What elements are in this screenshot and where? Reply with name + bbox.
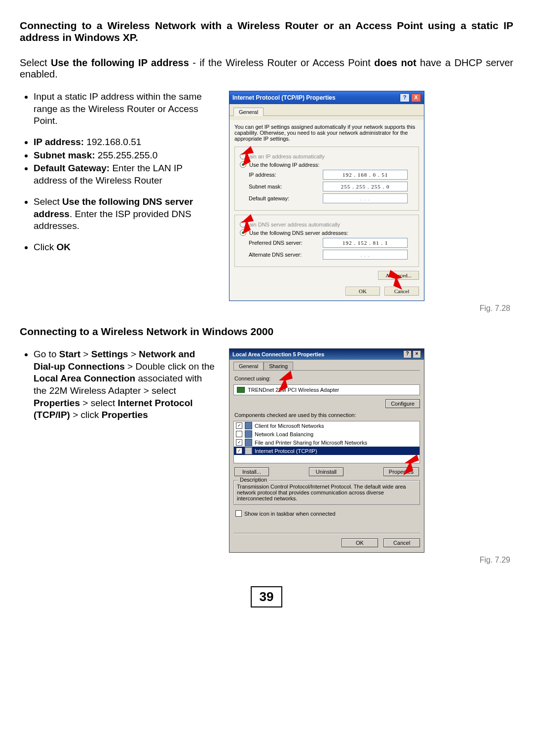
- intro-mid: - if the Wireless Router or Access Point: [189, 57, 374, 68]
- help-icon[interactable]: ?: [400, 93, 410, 102]
- annotation-arrow-icon: [276, 370, 294, 393]
- tab-general[interactable]: General: [233, 362, 264, 370]
- t: > Double click on the: [125, 361, 215, 372]
- help-icon[interactable]: ?: [403, 350, 412, 358]
- lan-properties-dialog: Local Area Connection 5 Properties ? × G…: [229, 348, 424, 553]
- configure-button[interactable]: Configure: [385, 399, 420, 408]
- dialog-title: Local Area Connection 5 Properties: [232, 351, 324, 357]
- list-item-label: Client for Microsoft Networks: [255, 423, 324, 429]
- description-frame: Description Transmission Control Protoco…: [233, 480, 420, 505]
- sm-label: Subnet mask:: [34, 150, 95, 160]
- close-icon[interactable]: ×: [413, 350, 421, 358]
- tcpip-properties-dialog: Internet Protocol (TCP/IP) Properties ? …: [229, 91, 424, 301]
- client-icon: [245, 422, 252, 429]
- components-list[interactable]: Client for Microsoft Networks Network Lo…: [233, 421, 420, 463]
- t: Properties: [34, 398, 80, 408]
- checkbox-icon[interactable]: [236, 431, 242, 437]
- list-item[interactable]: File and Printer Sharing for Microsoft N…: [234, 438, 419, 447]
- dns-pre: Select: [34, 196, 62, 207]
- description-text: Transmission Control Protocol/Internet P…: [237, 484, 417, 501]
- annotation-arrow-icon: [240, 144, 255, 167]
- checkbox-icon[interactable]: [236, 422, 242, 429]
- preferred-dns-input[interactable]: 192 . 152 . 81 . 1: [323, 238, 408, 248]
- t: Local Area Connection: [34, 373, 135, 383]
- radio-obtain-dns-label: ain DNS server address automatically: [249, 222, 340, 227]
- ok-button[interactable]: OK: [345, 287, 380, 296]
- t: >: [128, 349, 139, 359]
- section-heading-1: Connecting to a Wireless Network with a …: [20, 20, 513, 43]
- show-icon-checkbox[interactable]: [235, 510, 242, 517]
- t: Go to: [34, 349, 59, 359]
- alternate-dns-input[interactable]: . . .: [323, 250, 408, 260]
- nic-icon: [237, 387, 245, 393]
- list-item-label: File and Printer Sharing for Microsoft N…: [255, 440, 367, 446]
- list-item-label: Internet Protocol (TCP/IP): [255, 448, 317, 454]
- svg-marker-4: [403, 454, 419, 475]
- list-item[interactable]: Internet Protocol (TCP/IP): [234, 447, 419, 455]
- radio-use-dns-label: Use the following DNS server addresses:: [249, 230, 348, 236]
- bullet-dns: Select Use the following DNS server addr…: [34, 196, 217, 232]
- bullet-static-ip: Input a static IP address within the sam…: [34, 91, 217, 127]
- ip-settings-frame: ain an IP address automatically Use the …: [234, 147, 419, 211]
- svg-marker-1: [241, 214, 254, 234]
- t: Properties: [102, 410, 148, 420]
- description-legend: Description: [238, 477, 269, 483]
- svg-marker-3: [278, 371, 293, 392]
- ip-label: IP address:: [34, 137, 84, 147]
- bullet-ip-settings: IP address: 192.168.0.51 Subnet mask: 25…: [20, 136, 217, 187]
- figure-caption-728: Fig. 7.28: [229, 304, 510, 313]
- tab-sharing[interactable]: Sharing: [264, 362, 293, 370]
- instructions-list-2: Go to Start > Settings > Network and Dia…: [20, 348, 217, 421]
- ok-button[interactable]: OK: [342, 538, 378, 547]
- show-icon-label: Show icon in taskbar when connected: [244, 511, 336, 517]
- svg-marker-2: [388, 270, 402, 290]
- radio-use-ip-label: Use the following IP address:: [249, 162, 319, 168]
- intro-b2: does not: [374, 57, 416, 68]
- uninstall-button[interactable]: Uninstall: [309, 467, 343, 476]
- checkbox-icon[interactable]: [236, 448, 242, 454]
- radio-obtain-ip-label: ain an IP address automatically: [249, 153, 325, 159]
- alternate-dns-label: Alternate DNS server:: [249, 252, 323, 258]
- figure-caption-729: Fig. 7.29: [229, 556, 510, 565]
- list-item[interactable]: Network Load Balancing: [234, 430, 419, 438]
- t: > select: [80, 398, 118, 408]
- tab-general[interactable]: General: [233, 108, 264, 116]
- subnet-mask-label: Subnet mask:: [249, 184, 323, 189]
- bullet-w2k-steps: Go to Start > Settings > Network and Dia…: [34, 348, 217, 421]
- section-heading-2: Connecting to a Wireless Network in Wind…: [20, 326, 513, 338]
- close-icon[interactable]: X: [411, 93, 421, 102]
- preferred-dns-label: Preferred DNS server:: [249, 240, 323, 246]
- annotation-arrow-icon: [402, 454, 420, 476]
- ok-b: OK: [56, 242, 71, 252]
- annotation-arrow-icon: [387, 269, 404, 291]
- protocol-icon: [245, 447, 252, 454]
- default-gateway-label: Default gateway:: [249, 195, 323, 201]
- subnet-mask-input[interactable]: 255 . 255 . 255 . 0: [323, 182, 408, 191]
- service-icon: [245, 430, 252, 438]
- page-number-value: 39: [251, 586, 283, 607]
- intro-pre: Select: [20, 57, 51, 68]
- dialog-title: Internet Protocol (TCP/IP) Properties: [232, 94, 336, 101]
- instructions-list-1: Input a static IP address within the sam…: [20, 91, 217, 254]
- t: >: [80, 349, 91, 359]
- cancel-button[interactable]: Cancel: [383, 538, 420, 547]
- list-item[interactable]: Client for Microsoft Networks: [234, 421, 419, 430]
- annotation-arrow-icon: [240, 212, 255, 235]
- gw-label: Default Gateway:: [34, 163, 110, 173]
- t: Settings: [91, 349, 128, 359]
- bullet-click-ok: Click OK: [34, 241, 217, 254]
- install-button[interactable]: Install...: [234, 467, 269, 476]
- dialog-titlebar: Local Area Connection 5 Properties ? ×: [229, 349, 424, 360]
- ip-address-input[interactable]: 192 . 168 . 0 . 51: [323, 170, 408, 180]
- components-label: Components checked are used by this conn…: [234, 412, 420, 418]
- page-number: 39: [20, 586, 513, 607]
- help-text: You can get IP settings assigned automat…: [234, 124, 419, 142]
- service-icon: [245, 439, 252, 446]
- t: Start: [59, 349, 80, 359]
- t: > click: [70, 410, 102, 420]
- adapter-box: TRENDnet 22M PCI Wireless Adapter: [233, 384, 420, 395]
- default-gateway-input[interactable]: . . .: [323, 193, 408, 203]
- ip-val: 192.168.0.51: [84, 137, 141, 147]
- ip-address-label: IP address:: [249, 172, 323, 178]
- checkbox-icon[interactable]: [236, 439, 242, 446]
